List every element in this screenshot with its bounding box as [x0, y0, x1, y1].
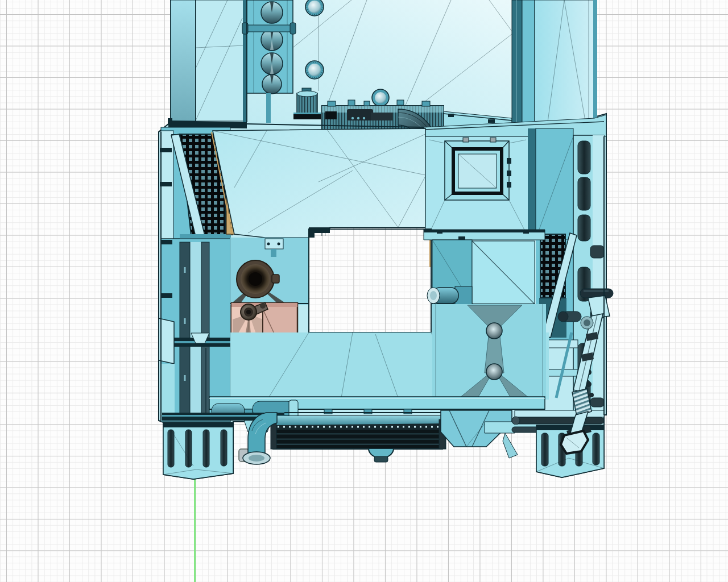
radiator[interactable]	[271, 416, 446, 462]
fan-housing[interactable]	[230, 238, 309, 305]
top-left-slab[interactable]	[168, 0, 247, 123]
model-canvas[interactable]	[0, 0, 728, 582]
3d-viewport[interactable]	[0, 0, 728, 582]
deck-opening[interactable]	[309, 227, 431, 332]
truss-bracket[interactable]	[441, 410, 518, 458]
funnel-hopper[interactable]	[432, 304, 546, 400]
left-fender[interactable]	[163, 422, 233, 479]
glacis-plate[interactable]	[213, 128, 425, 238]
mid-right-panels[interactable]	[424, 230, 545, 305]
air-filter-cylinder[interactable]	[293, 88, 321, 119]
access-hatch[interactable]	[425, 136, 529, 236]
